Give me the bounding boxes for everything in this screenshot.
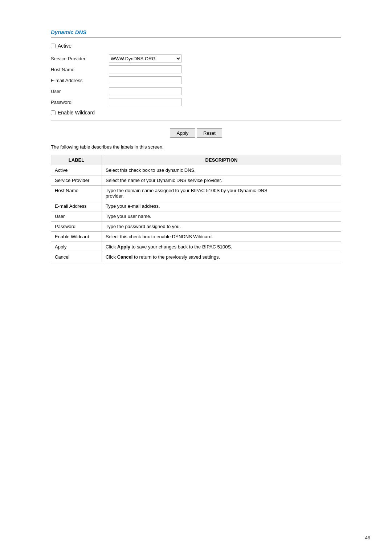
bottom-divider — [51, 121, 341, 121]
wildcard-checkbox[interactable] — [51, 110, 56, 115]
password-label: Password — [51, 100, 109, 105]
user-row: User — [51, 87, 341, 95]
table-cell-label: Password — [51, 222, 102, 232]
host-name-label: Host Name — [51, 67, 109, 72]
apply-button[interactable]: Apply — [170, 128, 195, 138]
user-input[interactable] — [109, 87, 181, 95]
wildcard-row: Enable Wildcard — [51, 110, 341, 116]
host-name-row: Host Name — [51, 65, 341, 73]
table-cell-description: Select this check box to enable DYNDNS W… — [102, 232, 341, 242]
table-cell-description: Select the name of your Dynamic DNS serv… — [102, 175, 341, 186]
active-label: Active — [58, 43, 72, 49]
service-provider-label: Service Provider — [51, 56, 109, 61]
col-description-header: DESCRIPTION — [102, 155, 341, 165]
form-section: Active Service Provider WWW.DynDNS.ORG H… — [51, 43, 341, 119]
table-cell-label: Enable Wildcard — [51, 232, 102, 242]
active-row: Active — [51, 43, 341, 49]
email-input[interactable] — [109, 76, 181, 84]
table-row: ActiveSelect this check box to use dynam… — [51, 165, 341, 175]
table-cell-description: Type the domain name assigned to your BI… — [102, 186, 341, 201]
table-row: Host NameType the domain name assigned t… — [51, 186, 341, 201]
service-provider-row: Service Provider WWW.DynDNS.ORG — [51, 54, 341, 62]
table-row: PasswordType the password assigned to yo… — [51, 222, 341, 232]
reset-button[interactable]: Reset — [197, 128, 222, 138]
col-label-header: LABEL — [51, 155, 102, 165]
table-row: CancelClick Cancel to return to the prev… — [51, 252, 341, 262]
table-cell-label: User — [51, 211, 102, 222]
table-cell-description: Click Cancel to return to the previously… — [102, 252, 341, 262]
table-cell-description: Click Apply to save your changes back to… — [102, 242, 341, 252]
table-cell-label: E-mail Address — [51, 201, 102, 211]
table-cell-label: Active — [51, 165, 102, 175]
table-row: E-mail AddressType your e-mail address. — [51, 201, 341, 211]
active-checkbox[interactable] — [51, 44, 56, 48]
table-row: Service ProviderSelect the name of your … — [51, 175, 341, 186]
description-text: The following table describes the labels… — [51, 144, 341, 150]
table-cell-label: Apply — [51, 242, 102, 252]
page-number: 46 — [365, 535, 370, 540]
host-name-input[interactable] — [109, 65, 181, 73]
service-provider-select[interactable]: WWW.DynDNS.ORG — [109, 54, 181, 62]
table-cell-description: Select this check box to use dynamic DNS… — [102, 165, 341, 175]
table-cell-label: Cancel — [51, 252, 102, 262]
table-cell-description: Type the password assigned to you. — [102, 222, 341, 232]
email-label: E-mail Address — [51, 78, 109, 83]
table-row: UserType your user name. — [51, 211, 341, 222]
table-row: Enable WildcardSelect this check box to … — [51, 232, 341, 242]
table-row: ApplyClick Apply to save your changes ba… — [51, 242, 341, 252]
button-row: Apply Reset — [51, 128, 341, 138]
labels-table: LABEL DESCRIPTION ActiveSelect this chec… — [51, 155, 341, 262]
title-divider — [51, 37, 341, 38]
password-row: Password — [51, 98, 341, 106]
table-cell-description: Type your user name. — [102, 211, 341, 222]
email-row: E-mail Address — [51, 76, 341, 84]
user-label: User — [51, 89, 109, 94]
table-cell-description: Type your e-mail address. — [102, 201, 341, 211]
password-input[interactable] — [109, 98, 181, 106]
table-cell-label: Service Provider — [51, 175, 102, 186]
wildcard-label: Enable Wildcard — [58, 110, 95, 116]
table-cell-label: Host Name — [51, 186, 102, 201]
page-title: Dynamic DNS — [51, 29, 341, 35]
